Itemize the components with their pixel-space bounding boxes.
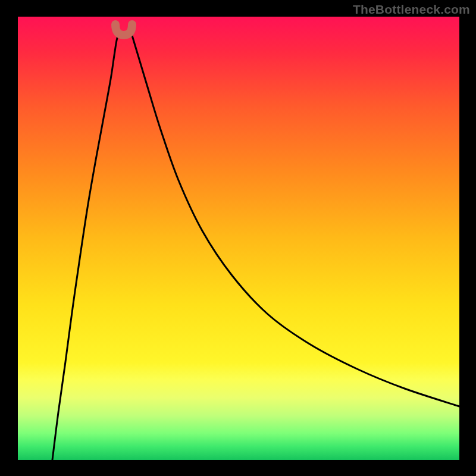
chart-frame: TheBottleneck.com [0, 0, 476, 476]
bottleneck-plot [18, 17, 459, 460]
gradient-background [18, 17, 459, 460]
watermark-text: TheBottleneck.com [353, 2, 470, 17]
plot-svg [18, 17, 459, 460]
